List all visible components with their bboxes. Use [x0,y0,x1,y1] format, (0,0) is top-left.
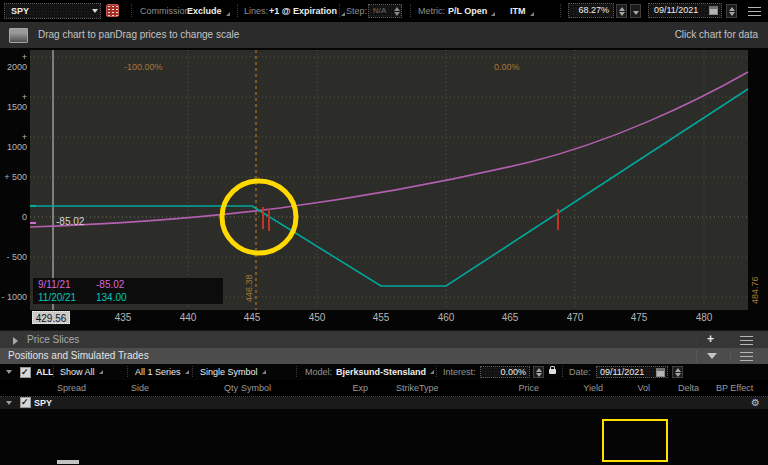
x-axis-tick: 470 [560,312,590,323]
x-axis-tick: 435 [108,312,138,323]
interest-stepper[interactable] [533,366,544,378]
interest-label: Interest: [443,364,476,380]
x-axis-tick: 480 [689,312,719,323]
chart-header: Drag chart to panDrag prices to change s… [0,22,768,48]
probability-stepper[interactable] [616,4,627,18]
y-axis-tick: + 2000 [0,52,27,72]
column-header-side[interactable]: Side [131,380,149,396]
drag-hint: Drag chart to panDrag prices to change s… [38,22,239,48]
legend-value: 134.00 [96,291,127,304]
column-header-spread[interactable]: Spread [57,380,86,396]
x-axis-tick: 450 [302,312,332,323]
date-value: 09/11/2021 [654,4,698,17]
dashed-line-price-label: 446.38 [244,274,254,302]
current-price-label[interactable]: 429.56 [32,311,70,324]
step-label: Step: [346,0,367,22]
show-all-dropdown[interactable]: Show All [60,364,95,380]
vol-highlight-annotation [602,419,668,462]
lock-icon[interactable] [549,369,556,374]
top-toolbar: SPY Commission: Exclude Lines: +1 @ Expi… [0,0,768,22]
positions-title: Positions and Simulated Trades [8,348,149,364]
column-header-strike[interactable]: Strike [396,380,419,396]
symbol-mode-dropdown[interactable]: Single Symbol [200,364,258,380]
interest-field[interactable]: 0.00% [480,366,530,378]
x-axis-tick: 460 [431,312,461,323]
current-pl-label: -85.02 [56,216,84,227]
all-label: ALL [36,364,54,380]
legend-value: -85.02 [96,278,124,291]
x-axis-tick: 475 [624,312,654,323]
y-axis-tick: - 500 [0,252,27,262]
chart-icon[interactable] [9,28,28,43]
x-axis-tick: 465 [495,312,525,323]
column-header-price[interactable]: Price [479,380,539,396]
model-value[interactable]: Bjerksund-Stensland [336,364,426,380]
step-field[interactable]: N/A [368,4,402,18]
filter-funnel-icon[interactable] [707,353,717,359]
positions-menu-icon[interactable] [740,352,753,361]
symbol-combo[interactable]: SPY [4,3,101,19]
click-hint: Click chart for data [675,22,758,48]
column-header-qty[interactable]: Qty [178,380,238,396]
legend-row: 11/20/21134.00 [33,291,223,304]
probability-field[interactable]: 68.27% [568,3,614,18]
step-stepper[interactable] [394,7,400,16]
legend-date: 9/11/21 [33,278,96,291]
y-axis-tick: + 500 [0,172,27,182]
panel-date-stepper[interactable] [672,366,683,378]
add-slice-button[interactable]: + [707,331,714,348]
column-header-symbol[interactable]: Symbol [241,380,271,396]
right-percent-annotation: 0.00% [494,62,520,72]
lines-label: Lines: [244,0,268,22]
step-value: N/A [373,5,386,17]
x-axis-tick: 455 [366,312,396,323]
legend-row: 9/11/21-85.02 [33,278,223,291]
y-axis-tick: + 1000 [0,132,27,152]
panel-date-label: Date: [569,364,591,380]
model-label: Model: [305,364,332,380]
price-slices-bar[interactable]: Price Slices + [0,330,768,348]
calendar-icon[interactable] [709,6,718,15]
column-header-type[interactable]: Type [419,380,439,396]
group-checkbox[interactable] [20,397,31,408]
panel-calendar-icon[interactable] [656,368,665,377]
alert-badge-icon[interactable] [106,4,119,17]
symbol-value: SPY [11,4,29,18]
probability-dropdown[interactable] [630,4,641,18]
positions-bar[interactable]: Positions and Simulated Trades [0,348,768,364]
moneyness-dropdown[interactable]: ITM [510,0,526,22]
gear-icon[interactable]: ⚙ [751,396,760,409]
chevron-right-icon[interactable] [13,337,18,345]
price-slices-label: Price Slices [27,331,79,349]
interest-value: 0.00% [481,367,529,377]
group-chevron-icon[interactable] [6,401,12,405]
group-symbol: SPY [34,397,52,409]
left-percent-annotation: -100.00% [124,62,163,72]
menu-icon[interactable] [748,7,761,16]
date-field[interactable]: 09/11/2021 [648,3,722,18]
x-axis-tick: 440 [173,312,203,323]
collapse-chevron-icon[interactable] [6,370,12,374]
slices-menu-icon[interactable] [740,336,753,345]
metric-label: Metric: [418,0,445,22]
group-row-spy[interactable]: SPY ⚙ [0,397,768,409]
column-header-bp-effect[interactable]: BP Effect [716,380,753,396]
column-header-exp[interactable]: Exp [308,380,368,396]
date-stepper[interactable] [726,4,737,18]
table-header-row: SpreadSideQtySymbolExpStrikeTypePriceYie… [0,380,768,397]
all-checkbox[interactable] [20,367,31,378]
metric-value[interactable]: P/L Open [448,0,487,22]
chevron-down-icon[interactable] [92,9,98,13]
column-header-delta[interactable]: Delta [639,380,699,396]
legend-date: 11/20/21 [33,291,96,304]
x-axis-tick: 445 [237,312,267,323]
lines-value[interactable]: +1 @ Expiration [269,0,337,22]
scrollbar-thumb[interactable] [57,460,79,464]
positions-controls: ALL Show All All 1 Series Single Symbol … [0,364,768,380]
panel-date-field[interactable]: 09/11/2021 [596,366,668,378]
series-dropdown[interactable]: All 1 Series [135,364,181,380]
commission-value[interactable]: Exclude [187,0,222,22]
commission-label: Commission: [140,0,192,22]
app-window: SPY Commission: Exclude Lines: +1 @ Expi… [0,0,768,465]
y-axis-tick: + 1500 [0,92,27,112]
